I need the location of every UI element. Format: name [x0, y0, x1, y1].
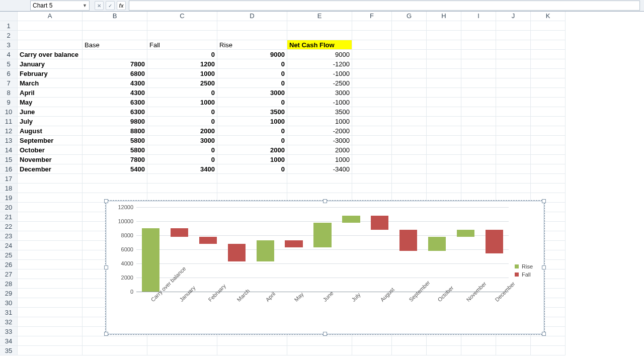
- cell[interactable]: [18, 250, 83, 260]
- bar-rise[interactable]: [313, 223, 331, 247]
- cell[interactable]: [531, 117, 566, 126]
- cell[interactable]: [427, 346, 461, 355]
- cell[interactable]: [427, 69, 461, 78]
- bar-fall[interactable]: [285, 240, 302, 247]
- cell[interactable]: 2000: [287, 145, 352, 155]
- column-header[interactable]: B: [83, 12, 147, 21]
- cell[interactable]: June: [18, 107, 83, 117]
- row-header[interactable]: 14: [0, 145, 18, 155]
- enter-formula-button[interactable]: ✓: [106, 1, 115, 10]
- cell[interactable]: [392, 174, 427, 184]
- cell[interactable]: 2000: [217, 145, 287, 155]
- row-header[interactable]: 1: [0, 21, 18, 31]
- cell[interactable]: [496, 40, 531, 50]
- cell[interactable]: [427, 78, 461, 88]
- cell[interactable]: September: [18, 136, 83, 145]
- cell[interactable]: 0: [217, 78, 287, 88]
- cell[interactable]: [392, 59, 427, 69]
- cell[interactable]: November: [18, 155, 83, 164]
- row-header[interactable]: 23: [0, 231, 18, 241]
- cell[interactable]: [352, 21, 392, 31]
- row-header[interactable]: 28: [0, 279, 18, 289]
- cell[interactable]: [427, 107, 461, 117]
- cell[interactable]: [18, 231, 83, 241]
- cell[interactable]: August: [18, 126, 83, 136]
- cancel-formula-button[interactable]: ✕: [95, 1, 104, 10]
- cell[interactable]: [147, 184, 217, 193]
- cell[interactable]: 5400: [83, 164, 147, 174]
- cell[interactable]: [392, 88, 427, 98]
- cell[interactable]: [18, 327, 83, 336]
- cell[interactable]: April: [18, 88, 83, 98]
- cell[interactable]: 0: [147, 155, 217, 164]
- cell[interactable]: [496, 117, 531, 126]
- resize-handle[interactable]: [104, 199, 108, 203]
- cell[interactable]: [392, 69, 427, 78]
- cell[interactable]: [18, 336, 83, 346]
- cell[interactable]: [18, 31, 83, 40]
- cell[interactable]: [352, 145, 392, 155]
- row-header[interactable]: 20: [0, 203, 18, 212]
- cell[interactable]: [531, 107, 566, 117]
- cell[interactable]: 7800: [83, 155, 147, 164]
- cell[interactable]: [461, 59, 496, 69]
- bar-rise[interactable]: [142, 228, 159, 292]
- cell[interactable]: [461, 136, 496, 145]
- cell[interactable]: [427, 98, 461, 107]
- bar-rise[interactable]: [428, 237, 446, 251]
- cell[interactable]: [461, 31, 496, 40]
- cell[interactable]: 3400: [147, 164, 217, 174]
- cell[interactable]: [83, 336, 147, 346]
- row-header[interactable]: 24: [0, 241, 18, 250]
- cell[interactable]: [352, 40, 392, 50]
- cell[interactable]: 1000: [147, 69, 217, 78]
- cell[interactable]: 0: [147, 50, 217, 59]
- cell[interactable]: [352, 59, 392, 69]
- cell[interactable]: [531, 136, 566, 145]
- cell[interactable]: [392, 98, 427, 107]
- cell[interactable]: [461, 174, 496, 184]
- cell[interactable]: [352, 31, 392, 40]
- cell[interactable]: [352, 155, 392, 164]
- cell[interactable]: 0: [217, 164, 287, 174]
- cell[interactable]: -1000: [287, 98, 352, 107]
- row-header[interactable]: 11: [0, 117, 18, 126]
- cell[interactable]: 0: [217, 136, 287, 145]
- resize-handle[interactable]: [542, 199, 546, 203]
- cell[interactable]: [287, 184, 352, 193]
- row-header[interactable]: 6: [0, 69, 18, 78]
- chevron-down-icon[interactable]: ▼: [83, 3, 87, 8]
- cell[interactable]: [392, 164, 427, 174]
- cell[interactable]: [392, 31, 427, 40]
- cell[interactable]: [461, 88, 496, 98]
- cell[interactable]: [392, 184, 427, 193]
- cell[interactable]: Base: [83, 40, 147, 50]
- legend-item-rise[interactable]: Rise: [515, 263, 533, 269]
- cell[interactable]: [461, 126, 496, 136]
- cell[interactable]: 0: [147, 145, 217, 155]
- column-header[interactable]: E: [287, 12, 352, 21]
- cell[interactable]: 2500: [147, 78, 217, 88]
- cell[interactable]: [392, 126, 427, 136]
- cell[interactable]: [531, 21, 566, 31]
- cell[interactable]: [352, 117, 392, 126]
- cell[interactable]: [392, 155, 427, 164]
- cell[interactable]: [496, 21, 531, 31]
- cell[interactable]: 1000: [287, 117, 352, 126]
- cell[interactable]: 0: [217, 59, 287, 69]
- cell[interactable]: [427, 184, 461, 193]
- cell[interactable]: 9000: [287, 50, 352, 59]
- cell[interactable]: [147, 174, 217, 184]
- cell[interactable]: 3000: [217, 88, 287, 98]
- cell[interactable]: [392, 78, 427, 88]
- cell[interactable]: [392, 346, 427, 355]
- cell[interactable]: October: [18, 145, 83, 155]
- cell[interactable]: Carry over balance: [18, 50, 83, 59]
- cell[interactable]: 5800: [83, 136, 147, 145]
- bar-fall[interactable]: [371, 216, 388, 230]
- cell[interactable]: [461, 69, 496, 78]
- cell[interactable]: [18, 298, 83, 308]
- cell[interactable]: [531, 98, 566, 107]
- cell[interactable]: February: [18, 69, 83, 78]
- bar-fall[interactable]: [199, 237, 217, 244]
